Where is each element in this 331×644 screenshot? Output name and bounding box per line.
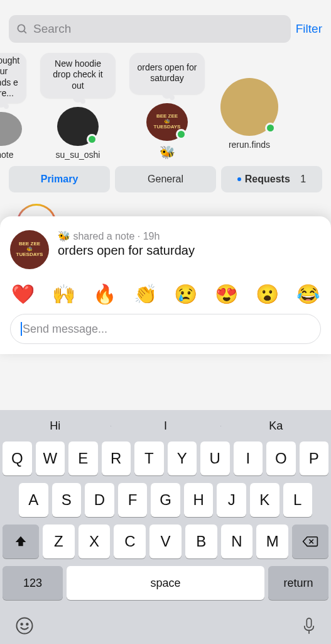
note-meta: 🐝 shared a note · 19h (58, 230, 195, 242)
keyboard: Hi I Ka Q W E R T Y U I O P A S D F G H … (0, 410, 331, 644)
key-m[interactable]: M (256, 525, 288, 558)
reaction-heart[interactable]: ❤️ (11, 283, 35, 305)
key-b[interactable]: B (185, 525, 217, 558)
key-a[interactable]: A (19, 483, 48, 517)
text-cursor (21, 322, 22, 336)
reaction-clap[interactable]: 👏 (134, 283, 157, 305)
suggestion[interactable]: I (111, 419, 221, 433)
key-return[interactable]: return (268, 566, 328, 600)
keyboard-suggestions: Hi I Ka (0, 410, 331, 441)
key-y[interactable]: Y (168, 441, 197, 475)
reaction-cry[interactable]: 😢 (174, 283, 197, 305)
reaction-bar: ❤️ 🙌 🔥 👏 😢 😍 😮 😂 (11, 283, 320, 305)
key-backspace[interactable] (292, 525, 328, 558)
key-d[interactable]: D (85, 483, 114, 517)
svg-rect-7 (307, 618, 311, 628)
svg-point-5 (21, 623, 23, 625)
svg-point-4 (17, 618, 33, 634)
key-space[interactable]: space (67, 566, 264, 600)
emoji-keyboard-button[interactable] (15, 616, 34, 635)
reaction-fire[interactable]: 🔥 (93, 283, 116, 305)
key-v[interactable]: V (149, 525, 182, 558)
suggestion[interactable]: Ka (220, 419, 331, 433)
shift-icon (14, 535, 28, 548)
svg-point-6 (26, 623, 28, 625)
note-reply-sheet: BEE ZEE🐝TUESDAYS 🐝 shared a note · 19h o… (0, 216, 331, 354)
key-j[interactable]: J (217, 483, 246, 517)
key-c[interactable]: C (114, 525, 146, 558)
key-n[interactable]: N (221, 525, 253, 558)
suggestion[interactable]: Hi (0, 419, 111, 433)
emoji-icon (15, 616, 34, 635)
message-placeholder: Send message... (23, 323, 107, 336)
key-w[interactable]: W (36, 441, 65, 475)
key-t[interactable]: T (134, 441, 164, 475)
dictation-button[interactable] (302, 616, 316, 635)
key-numbers[interactable]: 123 (3, 566, 63, 600)
key-u[interactable]: U (200, 441, 230, 475)
key-z[interactable]: Z (43, 525, 75, 558)
key-e[interactable]: E (68, 441, 98, 475)
key-l[interactable]: L (283, 483, 313, 517)
key-p[interactable]: P (300, 441, 329, 475)
reaction-raised-hands[interactable]: 🙌 (52, 283, 75, 305)
message-input[interactable]: Send message... (10, 314, 321, 344)
key-f[interactable]: F (118, 483, 148, 517)
note-author-avatar[interactable]: BEE ZEE🐝TUESDAYS (10, 230, 49, 269)
backspace-icon (302, 535, 318, 548)
key-g[interactable]: G (151, 483, 180, 517)
key-h[interactable]: H (184, 483, 214, 517)
key-s[interactable]: S (52, 483, 82, 517)
key-i[interactable]: I (234, 441, 263, 475)
key-shift[interactable] (3, 525, 39, 558)
note-text: orders open for saturday (58, 243, 195, 258)
key-x[interactable]: X (79, 525, 111, 558)
key-o[interactable]: O (266, 441, 296, 475)
key-q[interactable]: Q (3, 441, 32, 475)
mic-icon (302, 616, 316, 635)
reaction-wow[interactable]: 😮 (256, 283, 279, 305)
key-r[interactable]: R (102, 441, 131, 475)
key-k[interactable]: K (250, 483, 279, 517)
reaction-joy[interactable]: 😂 (296, 283, 320, 305)
reaction-heart-eyes[interactable]: 😍 (215, 283, 238, 305)
